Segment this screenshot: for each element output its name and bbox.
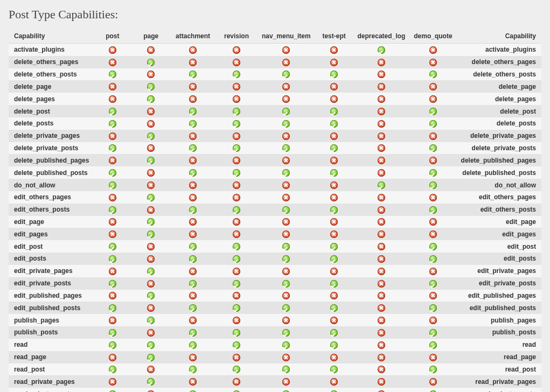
- cross-icon: [109, 317, 116, 324]
- cross-icon: [147, 181, 155, 189]
- capability-cell: [93, 265, 131, 277]
- capability-cell: [170, 117, 215, 130]
- capability-cell: [215, 290, 257, 302]
- capability-cell: [93, 314, 131, 326]
- capability-cell: [315, 68, 353, 81]
- check-icon: [429, 280, 437, 288]
- check-icon: [189, 206, 197, 214]
- check-icon: [189, 120, 197, 128]
- check-icon: [233, 206, 240, 214]
- capability-cell: [315, 80, 353, 93]
- capability-name-right: delete_others_posts: [457, 68, 541, 81]
- cross-icon: [189, 46, 197, 54]
- table-row: delete_pagesdelete_pages: [9, 93, 541, 105]
- col-post: post: [93, 29, 131, 44]
- capability-cell: [257, 142, 315, 155]
- table-row: do_not_allowdo_not_allow: [9, 179, 541, 191]
- cross-icon: [378, 59, 385, 66]
- capability-cell: [409, 326, 456, 339]
- check-icon: [109, 181, 116, 189]
- cross-icon: [282, 218, 290, 226]
- check-icon: [282, 206, 290, 214]
- capability-name-right: delete_private_posts: [457, 142, 541, 155]
- capability-cell: [315, 388, 353, 392]
- table-row: edit_others_postsedit_others_posts: [9, 204, 541, 216]
- capability-cell: [409, 154, 456, 166]
- capability-cell: [170, 240, 215, 253]
- cross-icon: [378, 144, 385, 152]
- cross-icon: [330, 194, 338, 201]
- capability-name-right: delete_post: [457, 105, 541, 117]
- check-icon: [147, 378, 155, 386]
- capability-cell: [93, 339, 131, 351]
- cross-icon: [330, 59, 338, 66]
- capability-cell: [170, 204, 215, 216]
- cross-icon: [330, 317, 338, 324]
- cross-icon: [378, 354, 385, 361]
- check-icon: [429, 366, 437, 373]
- cross-icon: [233, 181, 240, 189]
- capability-cell: [93, 166, 131, 179]
- capability-cell: [315, 56, 353, 68]
- capability-cell: [353, 56, 410, 68]
- capability-cell: [257, 154, 315, 166]
- table-row: activate_pluginsactivate_plugins: [9, 44, 541, 56]
- check-icon: [109, 169, 116, 177]
- capability-cell: [215, 240, 257, 253]
- check-icon: [429, 255, 437, 263]
- col-deprecated-log: deprecated_log: [353, 29, 410, 44]
- check-icon: [330, 341, 338, 349]
- check-icon: [109, 280, 116, 288]
- cross-icon: [189, 230, 197, 238]
- check-icon: [147, 354, 155, 361]
- check-icon: [109, 243, 116, 250]
- capability-name-right: delete_pages: [457, 93, 541, 105]
- cross-icon: [282, 230, 290, 238]
- capability-cell: [257, 339, 315, 351]
- capability-cell: [409, 68, 456, 81]
- col-capability-right: Capability: [457, 29, 541, 44]
- cross-icon: [189, 268, 197, 275]
- capability-cell: [409, 105, 456, 117]
- capabilities-table: Capability post page attachment revision…: [9, 29, 541, 392]
- capability-name-left: delete_post: [9, 105, 93, 117]
- table-row: delete_published_postsdelete_published_p…: [9, 166, 541, 179]
- capability-cell: [257, 363, 315, 376]
- capability-cell: [257, 314, 315, 326]
- cross-icon: [429, 83, 437, 90]
- col-test-ept: test-ept: [315, 29, 353, 44]
- capability-cell: [409, 130, 456, 142]
- cross-icon: [378, 243, 385, 250]
- capability-cell: [409, 339, 456, 351]
- capability-cell: [257, 204, 315, 216]
- capability-cell: [215, 142, 257, 155]
- capability-cell: [257, 302, 315, 314]
- capability-cell: [131, 253, 170, 265]
- cross-icon: [429, 378, 437, 386]
- cross-icon: [330, 83, 338, 90]
- col-revision: revision: [215, 29, 257, 44]
- cross-icon: [109, 157, 116, 164]
- cross-icon: [282, 194, 290, 201]
- cross-icon: [282, 132, 290, 140]
- check-icon: [282, 366, 290, 373]
- capability-name-left: edit_page: [9, 216, 93, 228]
- check-icon: [378, 181, 385, 189]
- check-icon: [189, 243, 197, 250]
- check-icon: [109, 71, 116, 78]
- check-icon: [189, 108, 197, 115]
- table-row: delete_postdelete_post: [9, 105, 541, 117]
- cross-icon: [429, 59, 437, 66]
- table-row: edit_pageedit_page: [9, 216, 541, 228]
- capability-name-left: delete_others_pages: [9, 56, 93, 68]
- cross-icon: [189, 354, 197, 361]
- capability-cell: [93, 142, 131, 155]
- capability-name-right: edit_published_pages: [457, 290, 541, 302]
- cross-icon: [378, 378, 385, 386]
- capability-cell: [353, 117, 410, 130]
- capability-cell: [215, 265, 257, 277]
- capability-cell: [353, 93, 410, 105]
- capability-name-left: delete_page: [9, 80, 93, 93]
- check-icon: [109, 206, 116, 214]
- capability-name-left: activate_plugins: [9, 44, 93, 56]
